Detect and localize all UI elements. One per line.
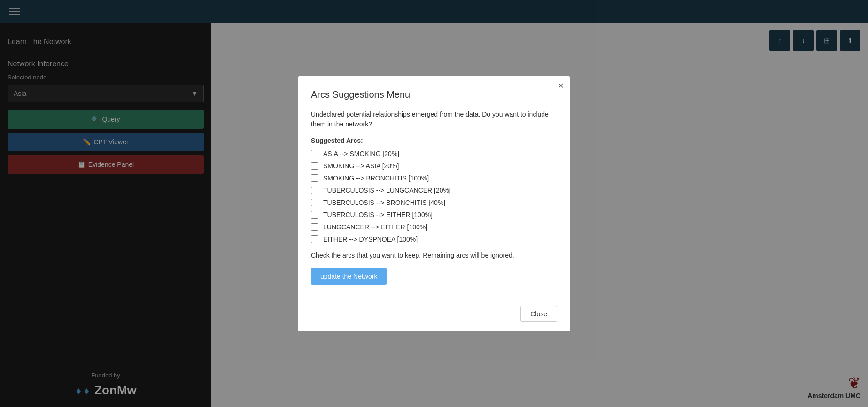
arc-label-arc4[interactable]: TUBERCULOSIS --> LUNGCANCER [20%] bbox=[323, 187, 451, 194]
arc-label-arc2[interactable]: SMOKING --> ASIA [20%] bbox=[323, 162, 399, 170]
arc-item: ASIA --> SMOKING [20%] bbox=[311, 150, 557, 157]
modal-suggested-arcs-label: Suggested Arcs: bbox=[311, 137, 557, 144]
arc-label-arc3[interactable]: SMOKING --> BRONCHITIS [100%] bbox=[323, 174, 429, 182]
modal-description: Undeclared potential relationships emerg… bbox=[311, 110, 557, 129]
modal-overlay: × Arcs Suggestions Menu Undeclared poten… bbox=[0, 0, 868, 407]
arc-item: LUNGCANCER --> EITHER [100%] bbox=[311, 223, 557, 231]
arc-checkbox-arc5[interactable] bbox=[311, 199, 318, 206]
arc-label-arc6[interactable]: TUBERCULOSIS --> EITHER [100%] bbox=[323, 211, 433, 219]
arc-item: SMOKING --> ASIA [20%] bbox=[311, 162, 557, 170]
arc-label-arc1[interactable]: ASIA --> SMOKING [20%] bbox=[323, 150, 399, 157]
arc-checkbox-arc2[interactable] bbox=[311, 162, 318, 170]
modal-title: Arcs Suggestions Menu bbox=[311, 89, 557, 100]
modal-divider bbox=[311, 300, 557, 300]
modal-close-x-button[interactable]: × bbox=[558, 81, 564, 90]
arc-item: TUBERCULOSIS --> EITHER [100%] bbox=[311, 211, 557, 219]
arc-checkbox-arc8[interactable] bbox=[311, 235, 318, 243]
arc-label-arc7[interactable]: LUNGCANCER --> EITHER [100%] bbox=[323, 223, 427, 231]
close-modal-button[interactable]: Close bbox=[520, 306, 557, 322]
modal-footer-text: Check the arcs that you want to keep. Re… bbox=[311, 250, 557, 260]
arc-checkbox-arc7[interactable] bbox=[311, 223, 318, 231]
arc-checkbox-arc1[interactable] bbox=[311, 150, 318, 157]
arc-checkbox-arc4[interactable] bbox=[311, 187, 318, 194]
arc-item: TUBERCULOSIS --> BRONCHITIS [40%] bbox=[311, 199, 557, 206]
update-network-button[interactable]: update the Network bbox=[311, 268, 387, 285]
modal-bottom: Close bbox=[311, 306, 557, 322]
arc-item: EITHER --> DYSPNOEA [100%] bbox=[311, 235, 557, 243]
arcs-suggestions-modal: × Arcs Suggestions Menu Undeclared poten… bbox=[298, 76, 570, 331]
arc-label-arc5[interactable]: TUBERCULOSIS --> BRONCHITIS [40%] bbox=[323, 199, 445, 206]
arc-checkbox-arc6[interactable] bbox=[311, 211, 318, 219]
arc-label-arc8[interactable]: EITHER --> DYSPNOEA [100%] bbox=[323, 235, 418, 243]
arc-item: TUBERCULOSIS --> LUNGCANCER [20%] bbox=[311, 187, 557, 194]
arc-checkbox-arc3[interactable] bbox=[311, 174, 318, 182]
arcs-list: ASIA --> SMOKING [20%]SMOKING --> ASIA [… bbox=[311, 150, 557, 243]
arc-item: SMOKING --> BRONCHITIS [100%] bbox=[311, 174, 557, 182]
